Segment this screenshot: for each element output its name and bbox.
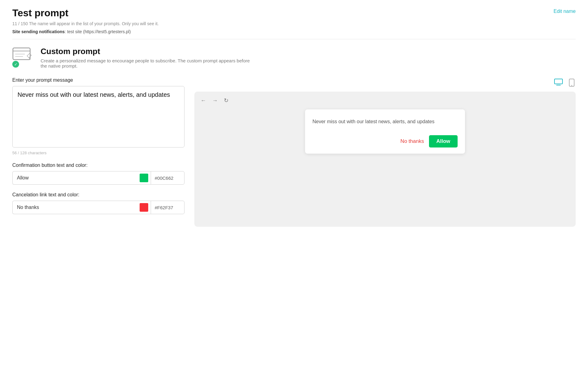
confirm-color-preview — [140, 174, 148, 182]
cancel-button-row — [12, 201, 185, 214]
browser-mockup: ← → ↻ Never miss out with our latest new… — [194, 92, 576, 227]
page-title: Test prompt — [12, 7, 576, 19]
cancel-color-preview — [140, 203, 148, 212]
section-title: Custom prompt — [41, 47, 256, 56]
confirm-color-swatch[interactable] — [137, 171, 151, 185]
left-panel: Enter your prompt message Never miss out… — [12, 77, 185, 222]
confirm-text-input[interactable] — [12, 171, 137, 185]
cancel-text-input[interactable] — [12, 201, 137, 214]
desktop-view-icon[interactable] — [553, 77, 564, 88]
back-button[interactable]: ← — [199, 97, 207, 104]
allow-button[interactable]: Allow — [429, 135, 458, 147]
refresh-button[interactable]: ↻ — [223, 96, 230, 104]
confirm-hex-input[interactable] — [151, 171, 185, 185]
section-header: ✓ Custom prompt Create a personalized me… — [12, 47, 576, 69]
page-header: Test prompt 11 / 150 The name will appea… — [12, 7, 576, 34]
right-panel: ← → ↻ Never miss out with our latest new… — [194, 77, 576, 227]
section-text: Custom prompt Create a personalized mess… — [41, 47, 256, 69]
prompt-popup: Never miss out with our latest news, ale… — [305, 109, 465, 154]
check-badge: ✓ — [12, 61, 19, 68]
header-divider — [12, 39, 576, 39]
custom-prompt-icon — [12, 47, 32, 62]
browser-toolbar: ← → ↻ — [199, 96, 571, 104]
confirm-button-label: Confirmation button text and color: — [12, 163, 185, 168]
popup-message: Never miss out with our latest news, ale… — [312, 118, 458, 125]
edit-name-button[interactable]: Edit name — [554, 9, 576, 14]
view-controls — [194, 77, 576, 88]
site-info: Site sending notifications: test site (h… — [12, 29, 576, 34]
cancel-hex-input[interactable] — [151, 201, 185, 214]
svg-point-9 — [571, 85, 572, 86]
cancel-button-label: Cancelation link text and color: — [12, 192, 185, 198]
site-label: Site sending notifications — [12, 29, 65, 34]
mobile-view-icon[interactable] — [568, 77, 576, 88]
svg-rect-5 — [554, 79, 562, 84]
page-subtitle: 11 / 150 The name will appear in the lis… — [12, 21, 576, 26]
prompt-field-label: Enter your prompt message — [12, 77, 185, 83]
forward-button[interactable]: → — [211, 97, 219, 104]
prompt-textarea[interactable]: Never miss out with our latest news, ale… — [12, 86, 185, 147]
section-icon-wrapper: ✓ — [12, 47, 34, 69]
char-count: 56 / 128 characters — [12, 151, 185, 155]
no-thanks-button[interactable]: No thanks — [400, 138, 424, 144]
popup-actions: No thanks Allow — [312, 135, 458, 147]
site-value: : test site (https://test5.grtesters.pl) — [65, 29, 131, 34]
section-description: Create a personalized message to encoura… — [41, 58, 256, 69]
cancel-color-swatch[interactable] — [137, 201, 151, 214]
confirm-button-row — [12, 171, 185, 185]
main-content: Enter your prompt message Never miss out… — [12, 77, 576, 227]
